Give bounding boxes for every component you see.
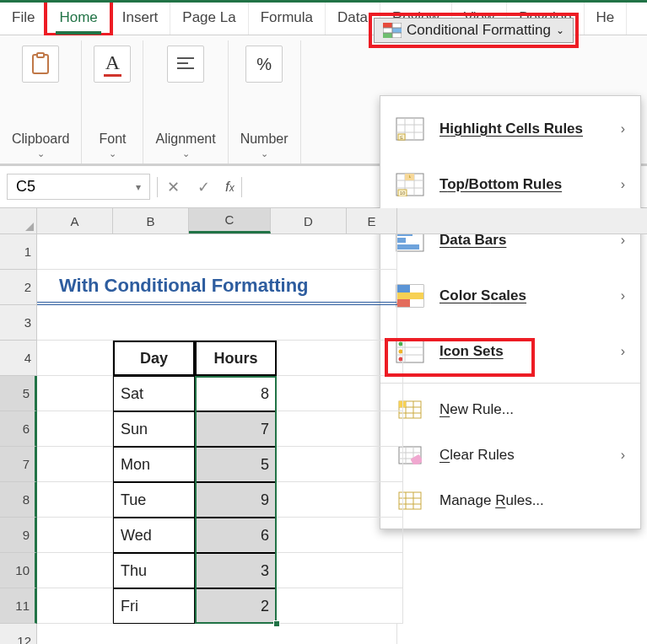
row-header[interactable]: 5 xyxy=(0,376,37,411)
cell-hours[interactable]: 8 xyxy=(195,376,277,411)
menu-top-bottom[interactable]: 10 Top/Bottom Rules › xyxy=(380,157,640,212)
cell[interactable] xyxy=(37,305,397,341)
tab-insert[interactable]: Insert xyxy=(111,3,171,35)
cell-hours[interactable]: 6 xyxy=(195,518,277,553)
cell[interactable] xyxy=(37,553,113,588)
cell-day[interactable]: Wed xyxy=(113,518,195,553)
cell-hours[interactable]: 5 xyxy=(195,447,277,482)
cell-day[interactable]: Sat xyxy=(113,376,195,411)
svg-text:≤: ≤ xyxy=(400,134,403,140)
conditional-formatting-wrap: Conditional Formatting ⌄ xyxy=(369,13,579,48)
cell[interactable] xyxy=(277,588,403,624)
row-header[interactable]: 11 xyxy=(0,588,37,624)
col-header-c[interactable]: C xyxy=(189,208,271,233)
menu-highlight-cells[interactable]: ≤ Highlight Cells Rules › xyxy=(380,101,640,157)
grid-rows: 1 2 With Conditional Formatting 3 4 Day … xyxy=(0,234,647,644)
cell[interactable] xyxy=(37,624,397,644)
cell[interactable] xyxy=(37,482,113,518)
col-header-b[interactable]: B xyxy=(113,208,189,233)
tab-file[interactable]: File xyxy=(0,3,47,35)
cell[interactable] xyxy=(37,588,113,624)
fx-label[interactable]: fx xyxy=(218,179,241,196)
header-hours[interactable]: Hours xyxy=(195,341,277,376)
cell[interactable] xyxy=(37,411,113,447)
svg-text:10: 10 xyxy=(400,191,406,196)
row-header[interactable]: 9 xyxy=(0,518,37,553)
title-cell[interactable]: With Conditional Formatting xyxy=(37,270,397,305)
tab-page-layout[interactable]: Page La xyxy=(170,3,248,35)
chevron-down-icon: ⌄ xyxy=(556,24,564,36)
highlight-cells-icon: ≤ xyxy=(396,116,424,142)
cell[interactable] xyxy=(37,341,113,376)
tab-home[interactable]: Home xyxy=(47,3,110,35)
top-bottom-icon: 10 xyxy=(396,172,424,197)
selection-handle[interactable] xyxy=(273,620,280,627)
cell-day[interactable]: Mon xyxy=(113,447,195,482)
cell-day[interactable]: Sun xyxy=(113,411,195,447)
cell[interactable] xyxy=(277,411,403,447)
cell-day[interactable]: Thu xyxy=(113,553,195,588)
cell[interactable] xyxy=(277,518,403,553)
group-font[interactable]: A Font⌄ xyxy=(82,40,143,164)
alignment-icon xyxy=(167,46,204,83)
cell[interactable] xyxy=(277,447,403,482)
header-day[interactable]: Day xyxy=(113,341,195,376)
row-header[interactable]: 7 xyxy=(0,447,37,482)
group-clipboard-label: Clipboard⌄ xyxy=(12,118,69,158)
cell[interactable] xyxy=(37,518,113,553)
conditional-formatting-button[interactable]: Conditional Formatting ⌄ xyxy=(374,18,574,43)
chevron-right-icon: › xyxy=(621,177,625,192)
separator xyxy=(241,177,242,197)
cell-hours[interactable]: 9 xyxy=(195,482,277,518)
tab-help[interactable]: He xyxy=(585,3,628,35)
svg-rect-8 xyxy=(383,33,392,38)
cell-day[interactable]: Fri xyxy=(113,588,195,624)
row-header[interactable]: 2 xyxy=(0,270,37,305)
name-box-value: C5 xyxy=(16,178,35,196)
group-number-label: Number⌄ xyxy=(240,118,288,158)
svg-rect-1 xyxy=(37,53,44,57)
cell[interactable] xyxy=(277,341,403,376)
highlight-cf-button: Conditional Formatting ⌄ xyxy=(369,13,579,48)
tab-formulas[interactable]: Formula xyxy=(249,3,326,35)
name-box[interactable]: C5 ▾ xyxy=(7,174,150,200)
group-alignment-label: Alignment⌄ xyxy=(155,118,215,158)
cell[interactable] xyxy=(277,553,403,588)
svg-rect-6 xyxy=(383,23,392,28)
col-header-e[interactable]: E xyxy=(347,208,397,233)
number-icon: % xyxy=(245,46,283,83)
row-header[interactable]: 3 xyxy=(0,305,37,341)
col-header-d[interactable]: D xyxy=(271,208,347,233)
col-header-a[interactable]: A xyxy=(37,208,113,233)
group-clipboard[interactable]: Clipboard⌄ xyxy=(0,40,82,164)
cancel-formula-button[interactable]: ✕ xyxy=(158,178,188,196)
select-all-corner[interactable] xyxy=(0,208,37,233)
chevron-down-icon: ▾ xyxy=(136,181,141,193)
font-icon: A xyxy=(94,46,131,83)
row-header[interactable]: 10 xyxy=(0,553,37,588)
cell[interactable] xyxy=(37,447,113,482)
group-number[interactable]: % Number⌄ xyxy=(229,40,301,164)
row-header[interactable]: 4 xyxy=(0,341,37,376)
row-header[interactable]: 1 xyxy=(0,234,37,270)
enter-formula-button[interactable]: ✓ xyxy=(188,178,218,196)
group-alignment[interactable]: Alignment⌄ xyxy=(143,40,228,164)
chevron-right-icon: › xyxy=(621,121,625,137)
cell-hours[interactable]: 3 xyxy=(195,553,277,588)
tab-home-label: Home xyxy=(59,9,97,25)
cell-hours[interactable]: 7 xyxy=(195,411,277,447)
cf-button-label: Conditional Formatting xyxy=(407,22,551,39)
cell-hours[interactable]: 2 xyxy=(195,588,277,624)
cell[interactable] xyxy=(277,482,403,518)
row-header[interactable]: 12 xyxy=(0,624,37,644)
row-header[interactable]: 6 xyxy=(0,411,37,447)
cell[interactable] xyxy=(277,376,403,411)
group-font-label: Font⌄ xyxy=(99,118,126,158)
cell[interactable] xyxy=(37,376,113,411)
worksheet: A B C D E 1 2 With Conditional Formattin… xyxy=(0,208,647,644)
conditional-formatting-icon xyxy=(383,23,402,38)
cell-day[interactable]: Tue xyxy=(113,482,195,518)
cell[interactable] xyxy=(37,234,397,270)
svg-rect-7 xyxy=(392,28,402,33)
row-header[interactable]: 8 xyxy=(0,482,37,518)
